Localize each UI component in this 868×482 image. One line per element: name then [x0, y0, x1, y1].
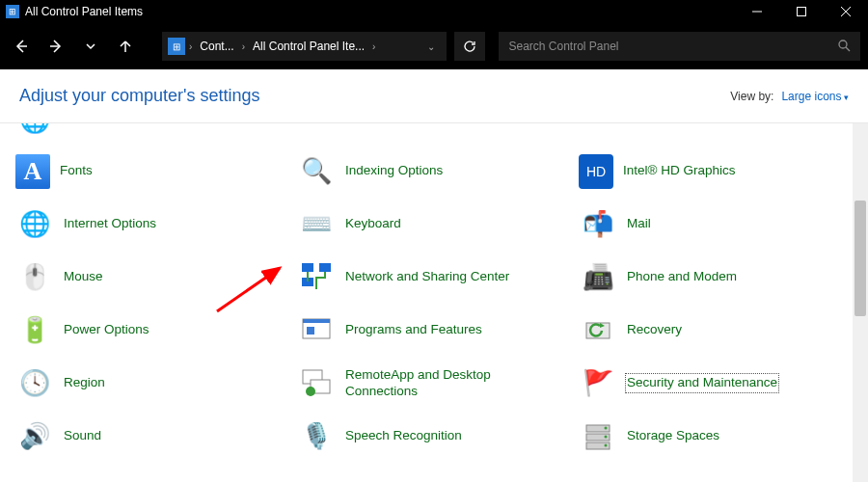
chevron-right-icon: › — [242, 41, 245, 52]
items-grid: A Fonts 🔍 Indexing Options HD Intel® HD … — [10, 145, 868, 463]
cp-label: Indexing Options — [345, 163, 443, 178]
title-left: ⊞ All Control Panel Items — [0, 5, 143, 18]
cp-item-mail[interactable]: 📬 Mail — [573, 198, 845, 251]
cp-label: Sound — [64, 428, 101, 443]
cp-item-intel-graphics[interactable]: HD Intel® HD Graphics — [573, 145, 845, 198]
cp-item-sound[interactable]: 🔊 Sound — [10, 410, 282, 463]
scrollbar-thumb[interactable] — [854, 201, 866, 316]
page-title: Adjust your computer's settings — [19, 86, 260, 106]
cp-item-keyboard[interactable]: ⌨️ Keyboard — [291, 198, 563, 251]
view-by-control[interactable]: View by: Large icons — [730, 90, 849, 103]
svg-rect-1 — [798, 8, 806, 16]
svg-point-21 — [605, 426, 608, 429]
cp-item-speech[interactable]: 🎙️ Speech Recognition — [291, 410, 563, 463]
close-button[interactable] — [824, 0, 868, 23]
cp-label: Programs and Features — [345, 322, 482, 337]
cp-label: Internet Options — [64, 216, 156, 231]
window-title: All Control Panel Items — [25, 5, 143, 18]
mouse-icon: 🖱️ — [15, 258, 54, 297]
breadcrumb[interactable]: ⊞ › Cont... › All Control Panel Ite... ›… — [162, 32, 447, 61]
cp-label: Keyboard — [345, 216, 401, 231]
chevron-down-icon[interactable]: ⌄ — [421, 41, 441, 52]
battery-icon: 🔋 — [15, 311, 54, 350]
search-box[interactable] — [499, 32, 860, 61]
mail-icon: 📬 — [579, 205, 617, 244]
search-icon[interactable] — [837, 39, 851, 55]
svg-point-6 — [839, 40, 847, 48]
breadcrumb-segment[interactable]: Cont... — [196, 40, 237, 53]
cp-item-region[interactable]: 🕓 Region — [10, 357, 282, 410]
speaker-icon: 🔊 — [15, 417, 54, 456]
clock-globe-icon: 🕓 — [15, 364, 54, 403]
control-panel-icon: ⊞ — [168, 38, 185, 55]
partial-row: 🌐 — [10, 123, 868, 141]
view-by-label: View by: — [730, 90, 773, 103]
titlebar: ⊞ All Control Panel Items — [0, 0, 868, 23]
cp-label: Power Options — [64, 322, 149, 337]
chevron-right-icon: › — [189, 41, 192, 52]
keyboard-icon: ⌨️ — [297, 205, 336, 244]
cp-label: Speech Recognition — [345, 428, 462, 443]
content-area: 🌐 A Fonts 🔍 Indexing Options HD Intel® H… — [0, 123, 868, 482]
svg-line-7 — [846, 47, 850, 51]
programs-icon — [297, 311, 336, 350]
drives-icon — [579, 417, 617, 456]
cp-item-fonts[interactable]: A Fonts — [10, 145, 282, 198]
cp-label: Phone and Modem — [627, 269, 737, 284]
up-button[interactable] — [112, 33, 139, 60]
fonts-icon: A — [15, 154, 50, 189]
cp-item-partial[interactable]: 🌐 — [10, 123, 282, 139]
cp-label: Storage Spaces — [627, 428, 719, 443]
cp-item-remoteapp[interactable]: RemoteApp and Desktop Connections — [291, 357, 563, 410]
svg-rect-9 — [319, 263, 331, 272]
cp-item-phone-modem[interactable]: 📠 Phone and Modem — [573, 251, 845, 304]
cp-item-power-options[interactable]: 🔋 Power Options — [10, 304, 282, 357]
cp-item-internet-options[interactable]: 🌐 Internet Options — [10, 198, 282, 251]
window-controls — [735, 0, 868, 23]
vertical-scrollbar[interactable] — [853, 123, 868, 482]
cp-label: Region — [64, 375, 105, 390]
network-icon — [297, 258, 336, 297]
globe-icon: 🌐 — [15, 123, 54, 139]
minimize-button[interactable] — [735, 0, 779, 23]
view-by-value[interactable]: Large icons — [781, 90, 849, 103]
globe-settings-icon: 🌐 — [15, 205, 54, 244]
cp-label: Network and Sharing Center — [345, 269, 509, 284]
cp-label: Mouse — [64, 269, 103, 284]
cp-label: Fonts — [60, 163, 93, 178]
back-button[interactable] — [8, 33, 35, 60]
remote-desktop-icon — [297, 364, 336, 403]
svg-rect-13 — [307, 327, 314, 335]
cp-item-programs[interactable]: Programs and Features — [291, 304, 563, 357]
cp-item-security[interactable]: 🚩 Security and Maintenance — [573, 357, 845, 410]
cp-label: Mail — [627, 216, 651, 231]
svg-rect-8 — [302, 263, 313, 272]
svg-point-22 — [605, 435, 608, 438]
cp-item-recovery[interactable]: Recovery — [573, 304, 845, 357]
cp-label: Security and Maintenance — [627, 375, 777, 390]
refresh-button[interactable] — [454, 32, 485, 61]
breadcrumb-segment[interactable]: All Control Panel Ite... — [249, 40, 368, 53]
navigation-bar: ⊞ › Cont... › All Control Panel Ite... ›… — [0, 23, 868, 69]
cp-item-indexing[interactable]: 🔍 Indexing Options — [291, 145, 563, 198]
cp-item-mouse[interactable]: 🖱️ Mouse — [10, 251, 282, 304]
cp-label: Recovery — [627, 322, 682, 337]
search-magnifier-icon: 🔍 — [297, 152, 336, 191]
recovery-icon — [579, 311, 617, 350]
intel-icon: HD — [579, 154, 613, 189]
flag-icon: 🚩 — [579, 364, 617, 403]
forward-button[interactable] — [42, 33, 69, 60]
recent-dropdown[interactable] — [77, 33, 104, 60]
phone-icon: 📠 — [579, 258, 617, 297]
maximize-button[interactable] — [779, 0, 824, 23]
search-input[interactable] — [508, 40, 837, 53]
cp-item-storage[interactable]: Storage Spaces — [573, 410, 845, 463]
svg-rect-12 — [303, 319, 330, 323]
page-header: Adjust your computer's settings View by:… — [0, 69, 868, 123]
microphone-icon: 🎙️ — [297, 417, 336, 456]
control-panel-icon: ⊞ — [6, 5, 19, 18]
cp-label: Intel® HD Graphics — [623, 163, 735, 178]
cp-item-network[interactable]: Network and Sharing Center — [291, 251, 563, 304]
svg-point-17 — [306, 387, 315, 396]
chevron-right-icon: › — [372, 41, 375, 52]
